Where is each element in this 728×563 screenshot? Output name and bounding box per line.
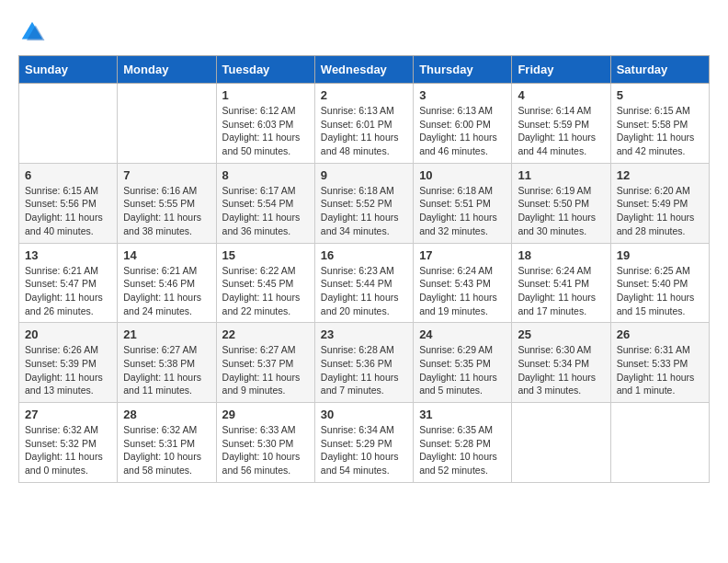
day-info: Sunrise: 6:28 AM Sunset: 5:36 PM Dayligh… <box>321 343 407 397</box>
calendar-cell <box>512 403 610 483</box>
calendar-cell <box>118 84 216 164</box>
calendar-cell: 16Sunrise: 6:23 AM Sunset: 5:44 PM Dayli… <box>314 243 413 323</box>
calendar-cell: 24Sunrise: 6:29 AM Sunset: 5:35 PM Dayli… <box>414 323 512 403</box>
day-info: Sunrise: 6:33 AM Sunset: 5:30 PM Dayligh… <box>222 423 309 477</box>
day-info: Sunrise: 6:19 AM Sunset: 5:50 PM Dayligh… <box>518 184 604 238</box>
day-number: 31 <box>419 408 506 421</box>
day-info: Sunrise: 6:27 AM Sunset: 5:38 PM Dayligh… <box>123 343 210 397</box>
day-number: 15 <box>222 248 309 262</box>
day-number: 12 <box>617 168 703 182</box>
day-info: Sunrise: 6:30 AM Sunset: 5:34 PM Dayligh… <box>518 343 604 397</box>
day-info: Sunrise: 6:15 AM Sunset: 5:56 PM Dayligh… <box>25 184 111 238</box>
calendar-cell: 7Sunrise: 6:16 AM Sunset: 5:55 PM Daylig… <box>118 163 216 243</box>
day-number: 19 <box>617 248 703 262</box>
calendar-cell: 12Sunrise: 6:20 AM Sunset: 5:49 PM Dayli… <box>610 163 709 243</box>
logo-icon <box>18 18 46 46</box>
day-info: Sunrise: 6:20 AM Sunset: 5:49 PM Dayligh… <box>617 184 703 238</box>
day-info: Sunrise: 6:18 AM Sunset: 5:52 PM Dayligh… <box>321 184 407 238</box>
calendar-cell: 8Sunrise: 6:17 AM Sunset: 5:54 PM Daylig… <box>216 163 314 243</box>
day-number: 17 <box>419 248 506 262</box>
calendar-cell: 1Sunrise: 6:12 AM Sunset: 6:03 PM Daylig… <box>216 84 314 164</box>
day-info: Sunrise: 6:24 AM Sunset: 5:43 PM Dayligh… <box>419 264 506 318</box>
day-info: Sunrise: 6:35 AM Sunset: 5:28 PM Dayligh… <box>419 423 506 477</box>
day-number: 10 <box>419 168 506 182</box>
calendar-header-row: SundayMondayTuesdayWednesdayThursdayFrid… <box>19 56 710 84</box>
day-number: 26 <box>617 327 703 341</box>
day-number: 11 <box>518 168 604 182</box>
day-of-week-header: Friday <box>512 56 610 84</box>
calendar-cell: 21Sunrise: 6:27 AM Sunset: 5:38 PM Dayli… <box>118 323 216 403</box>
day-number: 7 <box>123 168 210 182</box>
calendar-cell: 13Sunrise: 6:21 AM Sunset: 5:47 PM Dayli… <box>19 243 118 323</box>
calendar-cell: 10Sunrise: 6:18 AM Sunset: 5:51 PM Dayli… <box>414 163 512 243</box>
day-number: 28 <box>123 408 210 421</box>
calendar-cell: 20Sunrise: 6:26 AM Sunset: 5:39 PM Dayli… <box>19 323 118 403</box>
day-number: 23 <box>321 327 407 341</box>
calendar-cell: 18Sunrise: 6:24 AM Sunset: 5:41 PM Dayli… <box>512 243 610 323</box>
day-info: Sunrise: 6:18 AM Sunset: 5:51 PM Dayligh… <box>419 184 506 238</box>
calendar-cell: 22Sunrise: 6:27 AM Sunset: 5:37 PM Dayli… <box>216 323 314 403</box>
calendar-table: SundayMondayTuesdayWednesdayThursdayFrid… <box>18 55 710 483</box>
day-number: 6 <box>25 168 111 182</box>
calendar-cell: 2Sunrise: 6:13 AM Sunset: 6:01 PM Daylig… <box>314 84 413 164</box>
day-info: Sunrise: 6:32 AM Sunset: 5:31 PM Dayligh… <box>123 423 210 477</box>
day-of-week-header: Saturday <box>610 56 709 84</box>
calendar-cell: 17Sunrise: 6:24 AM Sunset: 5:43 PM Dayli… <box>414 243 512 323</box>
calendar-cell: 31Sunrise: 6:35 AM Sunset: 5:28 PM Dayli… <box>414 403 512 483</box>
day-number: 13 <box>25 248 111 262</box>
day-number: 9 <box>321 168 407 182</box>
day-number: 2 <box>321 88 407 102</box>
day-info: Sunrise: 6:25 AM Sunset: 5:40 PM Dayligh… <box>617 264 703 318</box>
day-of-week-header: Sunday <box>19 56 118 84</box>
day-of-week-header: Thursday <box>414 56 512 84</box>
day-info: Sunrise: 6:34 AM Sunset: 5:29 PM Dayligh… <box>321 423 407 477</box>
day-info: Sunrise: 6:13 AM Sunset: 6:00 PM Dayligh… <box>419 104 506 158</box>
day-info: Sunrise: 6:16 AM Sunset: 5:55 PM Dayligh… <box>123 184 210 238</box>
calendar-cell: 29Sunrise: 6:33 AM Sunset: 5:30 PM Dayli… <box>216 403 314 483</box>
calendar-cell: 27Sunrise: 6:32 AM Sunset: 5:32 PM Dayli… <box>19 403 118 483</box>
calendar-cell <box>19 84 118 164</box>
day-number: 24 <box>419 327 506 341</box>
day-number: 14 <box>123 248 210 262</box>
day-number: 16 <box>321 248 407 262</box>
calendar-cell: 4Sunrise: 6:14 AM Sunset: 5:59 PM Daylig… <box>512 84 610 164</box>
day-number: 30 <box>321 408 407 421</box>
calendar-cell <box>610 403 709 483</box>
calendar-cell: 28Sunrise: 6:32 AM Sunset: 5:31 PM Dayli… <box>118 403 216 483</box>
day-info: Sunrise: 6:24 AM Sunset: 5:41 PM Dayligh… <box>518 264 604 318</box>
day-number: 3 <box>419 88 506 102</box>
calendar-cell: 9Sunrise: 6:18 AM Sunset: 5:52 PM Daylig… <box>314 163 413 243</box>
day-info: Sunrise: 6:26 AM Sunset: 5:39 PM Dayligh… <box>25 343 111 397</box>
calendar-cell: 25Sunrise: 6:30 AM Sunset: 5:34 PM Dayli… <box>512 323 610 403</box>
day-of-week-header: Wednesday <box>314 56 413 84</box>
day-info: Sunrise: 6:29 AM Sunset: 5:35 PM Dayligh… <box>419 343 506 397</box>
day-number: 4 <box>518 88 604 102</box>
day-number: 1 <box>222 88 309 102</box>
day-info: Sunrise: 6:32 AM Sunset: 5:32 PM Dayligh… <box>25 423 111 477</box>
day-info: Sunrise: 6:13 AM Sunset: 6:01 PM Dayligh… <box>321 104 407 158</box>
day-number: 22 <box>222 327 309 341</box>
calendar-cell: 26Sunrise: 6:31 AM Sunset: 5:33 PM Dayli… <box>610 323 709 403</box>
day-number: 18 <box>518 248 604 262</box>
day-number: 20 <box>25 327 111 341</box>
calendar-cell: 15Sunrise: 6:22 AM Sunset: 5:45 PM Dayli… <box>216 243 314 323</box>
calendar-week-row: 1Sunrise: 6:12 AM Sunset: 6:03 PM Daylig… <box>19 84 710 164</box>
day-info: Sunrise: 6:31 AM Sunset: 5:33 PM Dayligh… <box>617 343 703 397</box>
calendar-cell: 11Sunrise: 6:19 AM Sunset: 5:50 PM Dayli… <box>512 163 610 243</box>
day-info: Sunrise: 6:12 AM Sunset: 6:03 PM Dayligh… <box>222 104 309 158</box>
page-header <box>18 18 710 46</box>
day-number: 25 <box>518 327 604 341</box>
day-number: 8 <box>222 168 309 182</box>
calendar-cell: 23Sunrise: 6:28 AM Sunset: 5:36 PM Dayli… <box>314 323 413 403</box>
logo <box>18 18 50 46</box>
day-number: 29 <box>222 408 309 421</box>
day-info: Sunrise: 6:22 AM Sunset: 5:45 PM Dayligh… <box>222 264 309 318</box>
day-info: Sunrise: 6:21 AM Sunset: 5:46 PM Dayligh… <box>123 264 210 318</box>
calendar-cell: 14Sunrise: 6:21 AM Sunset: 5:46 PM Dayli… <box>118 243 216 323</box>
day-number: 27 <box>25 408 111 421</box>
calendar-cell: 19Sunrise: 6:25 AM Sunset: 5:40 PM Dayli… <box>610 243 709 323</box>
calendar-cell: 5Sunrise: 6:15 AM Sunset: 5:58 PM Daylig… <box>610 84 709 164</box>
calendar-cell: 6Sunrise: 6:15 AM Sunset: 5:56 PM Daylig… <box>19 163 118 243</box>
calendar-week-row: 27Sunrise: 6:32 AM Sunset: 5:32 PM Dayli… <box>19 403 710 483</box>
day-number: 21 <box>123 327 210 341</box>
